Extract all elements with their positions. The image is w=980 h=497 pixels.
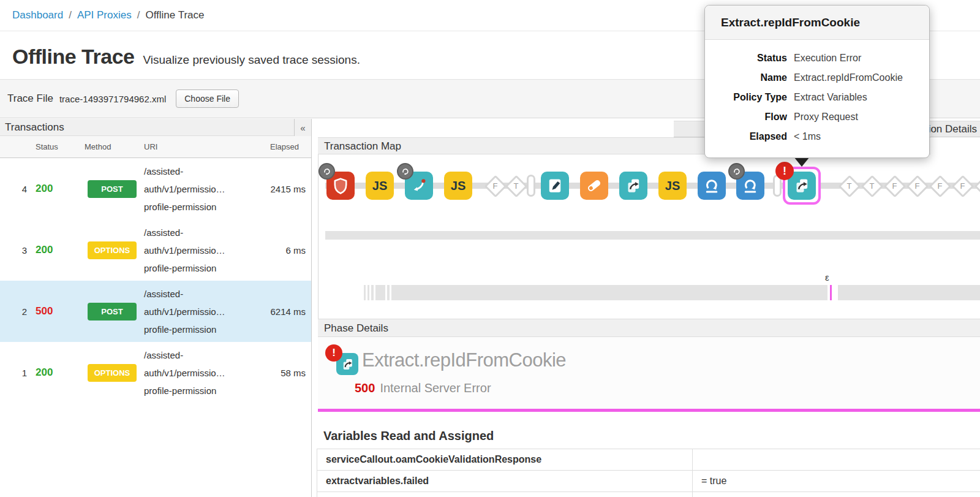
table-row [317, 492, 980, 497]
table-row[interactable]: 3 200 OPTIONS /assisted- auth/v1/permiss… [0, 219, 311, 281]
method-cell: POST [80, 303, 141, 321]
transactions-panel: Transactions « Status Method URI Elapsed… [0, 119, 312, 497]
variable-name: extractvariables.failed [317, 471, 693, 491]
loop-icon [740, 175, 761, 196]
phase-details-header: Phase Details [318, 319, 980, 337]
variable-value: = true [693, 471, 980, 491]
error-badge-icon: ! [775, 162, 794, 180]
collapse-panel-button[interactable]: « [294, 119, 311, 136]
choose-file-button[interactable]: Choose File [176, 89, 239, 108]
status-badge: 200 [31, 244, 80, 256]
loop-refresh-badge-icon [397, 163, 413, 180]
variable-name [317, 492, 693, 497]
policy-node-extract-variables[interactable] [619, 172, 647, 200]
tx-num: 4 [0, 184, 31, 194]
tooltip-arrow-icon [794, 157, 810, 167]
table-row[interactable]: 1 200 OPTIONS /assisted- auth/v1/permiss… [0, 342, 311, 403]
policy-node-javascript[interactable]: JS [444, 172, 472, 200]
method-badge: OPTIONS [88, 364, 137, 382]
condition-node-true[interactable]: T [861, 175, 883, 197]
trace-file-label: Trace File [7, 93, 53, 105]
status-badge: 500 [31, 305, 80, 317]
tx-num: 2 [0, 306, 31, 317]
method-badge: OPTIONS [88, 241, 137, 259]
phase-policy-name: Extract.repIdFromCookie [362, 349, 566, 371]
epsilon-marker-label: ε [825, 272, 829, 283]
tx-uri: /assisted- auth/v1/permissio… profile-pe… [141, 162, 250, 216]
policy-node-javascript[interactable]: JS [658, 172, 687, 200]
condition-node-false[interactable]: F [484, 175, 507, 197]
condition-node-false[interactable]: F [883, 175, 906, 197]
execution-timeline-bar [318, 285, 980, 300]
policy-node-javascript[interactable]: JS [366, 172, 394, 200]
policy-node-callout[interactable] [405, 172, 433, 200]
tx-num: 1 [0, 368, 31, 378]
loop-icon [701, 175, 722, 196]
tx-elapsed: 6214 ms [250, 306, 311, 317]
breadcrumb-separator: / [69, 9, 72, 21]
offline-trace-app: Dashboard / API Proxies / Offline Trace … [0, 0, 980, 497]
error-badge-icon: ! [325, 344, 342, 362]
condition-node-false[interactable]: F [929, 175, 951, 197]
breadcrumb-dashboard[interactable]: Dashboard [12, 9, 63, 21]
condition-node-false[interactable]: F [951, 175, 974, 197]
pencil-icon [545, 175, 565, 196]
table-row-selected[interactable]: 2 500 POST /assisted- auth/v1/permissio…… [0, 281, 311, 342]
status-badge: 200 [31, 183, 80, 195]
page-title: Offline Trace [12, 45, 134, 69]
condition-node-false[interactable]: F [906, 175, 929, 197]
variable-name: serviceCallout.oamCookieValidationRespon… [317, 449, 693, 470]
col-header-method: Method [80, 142, 141, 151]
variables-table: serviceCallout.oamCookieValidationRespon… [317, 449, 980, 497]
method-cell: POST [80, 180, 141, 198]
transactions-title: Transactions [0, 121, 64, 134]
tx-elapsed: 2415 ms [250, 184, 311, 194]
page-subtitle: Visualize previously saved trace session… [143, 53, 360, 67]
policy-node-service-callout[interactable] [698, 172, 726, 200]
policy-node-service-callout[interactable] [736, 172, 764, 200]
policy-tooltip: Extract.repIdFromCookie StatusExecution … [704, 5, 930, 158]
callout-arrow-icon [409, 175, 429, 196]
javascript-icon: JS [451, 179, 466, 193]
table-row[interactable]: 4 200 POST /assisted- auth/v1/permissio…… [0, 158, 311, 219]
policy-node-script[interactable] [580, 172, 608, 200]
condition-node-false[interactable]: F [974, 175, 980, 197]
phase-divider [318, 409, 980, 412]
breadcrumb-api-proxies[interactable]: API Proxies [77, 9, 132, 21]
policy-node-extract-variables-selected[interactable]: ! [783, 167, 821, 205]
http-status-text: Internal Server Error [380, 381, 491, 395]
table-row: serviceCallout.oamCookieValidationRespon… [317, 449, 980, 471]
tx-uri: /assisted- auth/v1/permissio… profile-pe… [141, 285, 250, 338]
status-badge: 200 [31, 366, 80, 379]
extract-variables-icon [791, 175, 812, 196]
tx-elapsed: 58 ms [250, 368, 311, 378]
condition-node-true[interactable]: T [838, 175, 861, 197]
loop-refresh-badge-icon [318, 163, 335, 180]
extract-variables-icon [623, 175, 644, 196]
policy-node-assign-message[interactable] [541, 172, 569, 200]
method-badge: POST [88, 303, 137, 321]
error-time-marker [830, 285, 832, 300]
scroll-icon [584, 175, 605, 196]
phase-status-line: 500Internal Server Error [355, 381, 491, 395]
tx-elapsed: 6 ms [250, 245, 311, 256]
breadcrumb-separator: / [137, 9, 140, 21]
col-header-status: Status [31, 142, 80, 151]
transactions-panel-header: Transactions « [0, 119, 311, 136]
tx-uri: /assisted- auth/v1/permissio… profile-pe… [141, 346, 250, 400]
method-cell: OPTIONS [80, 364, 141, 382]
method-badge: POST [88, 180, 137, 198]
tooltip-title: Extract.repIdFromCookie [705, 6, 929, 40]
method-cell: OPTIONS [80, 241, 141, 259]
condition-node-true[interactable]: T [505, 175, 527, 197]
col-header-uri: URI [141, 142, 250, 151]
javascript-icon: JS [665, 179, 680, 193]
tooltip-body: StatusExecution Error NameExtract.repIdF… [705, 40, 929, 146]
policy-node-shield[interactable] [326, 172, 355, 200]
http-status-code: 500 [355, 381, 375, 395]
phase-details-content: ! Extract.repIdFromCookie 500Internal Se… [318, 337, 980, 409]
flow-segment-pill [527, 175, 535, 197]
col-header-elapsed: Elapsed [250, 142, 311, 151]
javascript-icon: JS [372, 179, 387, 193]
tx-uri: /assisted- auth/v1/permissio… profile-pe… [141, 224, 250, 277]
